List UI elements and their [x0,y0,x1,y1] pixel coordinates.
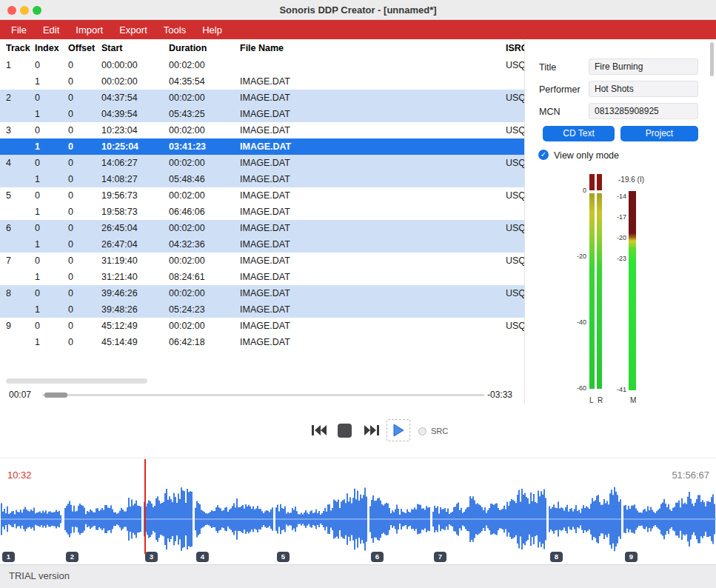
cell-isrc: USQ [506,125,524,136]
cell-index: 0 [35,93,68,103]
cell-file: IMAGE.DAT [240,93,506,103]
table-row[interactable]: 1026:47:0404:32:36IMAGE.DAT [0,236,524,253]
project-button[interactable]: Project [620,126,698,141]
track-badge-3[interactable]: 3 [145,552,158,562]
table-row[interactable]: 1031:21:4008:24:61IMAGE.DAT [0,269,524,285]
src-label: SRC [431,427,448,435]
cell-duration: 04:35:54 [169,76,240,87]
menu-help[interactable]: Help [202,24,222,36]
table-header: TrackIndexOffsetStartDurationFile NameIS… [0,39,524,57]
cell-index: 1 [35,304,68,315]
waveform-track-6[interactable] [369,485,430,553]
meter-scale-label: -14 [606,193,626,200]
table-row[interactable]: 1000:02:0004:35:54IMAGE.DAT [0,73,524,90]
cell-offset: 0 [68,337,101,347]
table-row[interactable]: 1039:48:2605:24:23IMAGE.DAT [0,301,524,318]
column-header-track: Track [6,43,35,53]
cell-index: 0 [35,125,68,136]
panel-scrollbar[interactable] [710,42,714,76]
cell-file: IMAGE.DAT [240,288,506,298]
table-row[interactable]: 1019:58:7306:46:06IMAGE.DAT [0,204,524,220]
performer-input[interactable] [589,81,698,97]
cell-file: IMAGE.DAT [240,109,506,119]
track-badge-5[interactable]: 5 [277,552,290,562]
track-badge-8[interactable]: 8 [550,552,563,562]
src-indicator-icon[interactable] [418,427,426,435]
elapsed-time: 00:07 [9,390,31,400]
table-row[interactable]: 40014:06:2700:02:00IMAGE.DATUSQ [0,155,524,171]
title-input[interactable] [589,59,698,75]
table-row[interactable]: 1004:39:5405:43:25IMAGE.DAT [0,106,524,122]
cell-index: 0 [35,190,68,201]
cd-text-button[interactable]: CD Text [543,126,615,141]
menu-export[interactable]: Export [119,24,147,36]
meter-scale-label: -20 [606,234,626,241]
table-row[interactable]: 1014:08:2705:48:46IMAGE.DAT [0,171,524,187]
menu-edit[interactable]: Edit [43,24,59,36]
cell-file: IMAGE.DAT [240,158,506,168]
cell-file: IMAGE.DAT [240,207,506,217]
seek-slider[interactable] [42,394,484,396]
playhead-cursor[interactable] [144,459,146,554]
cell-track: 6 [6,223,35,233]
next-track-button[interactable] [364,424,380,440]
stop-button[interactable] [338,424,352,438]
play-icon [392,423,405,438]
menu-file[interactable]: File [11,24,27,36]
cell-start: 45:12:49 [101,321,169,331]
cell-offset: 0 [68,223,101,233]
seek-slider-thumb[interactable] [44,392,67,398]
table-row[interactable]: 10000:00:0000:02:00USQ [0,57,524,73]
view-only-check-icon[interactable]: ✓ [538,150,549,160]
waveform-track-1[interactable] [1,485,62,553]
mcn-input[interactable] [589,103,698,119]
cell-duration: 03:41:23 [169,141,240,152]
loudness-readout: -19.6 (I) [618,176,644,184]
track-badge-9[interactable]: 9 [625,552,638,562]
table-row[interactable]: 90045:12:4900:02:00IMAGE.DATUSQ [0,318,524,334]
cell-file: IMAGE.DAT [240,190,506,201]
cell-file: IMAGE.DAT [240,174,506,184]
table-horizontal-scrollbar[interactable] [6,378,147,384]
cell-offset: 0 [68,109,101,119]
table-row[interactable]: 70031:19:4000:02:00IMAGE.DATUSQ [0,253,524,269]
cell-start: 10:25:04 [101,141,169,152]
cell-offset: 0 [68,207,101,217]
track-badge-2[interactable]: 2 [66,552,78,562]
track-badge-1[interactable]: 1 [2,552,15,562]
waveform-track-7[interactable] [432,485,546,553]
table-row[interactable]: 50019:56:7300:02:00IMAGE.DATUSQ [0,187,524,204]
play-button[interactable] [387,419,410,441]
waveform-track-2[interactable] [64,485,141,553]
waveform-track-3[interactable] [144,485,193,553]
waveform-track-4[interactable] [195,485,273,553]
cell-index: 1 [35,109,68,119]
cell-offset: 0 [68,304,101,315]
waveform-timeline[interactable]: 10:32 51:56:67 123456789 [0,458,716,564]
cell-offset: 0 [68,190,101,201]
waveform-track-9[interactable] [623,485,716,553]
table-row[interactable]: 30010:23:0400:02:00IMAGE.DATUSQ [0,122,524,138]
cell-offset: 0 [68,125,101,136]
track-badge-7[interactable]: 7 [434,552,446,562]
track-table: 10000:00:0000:02:00USQ1000:02:0004:35:54… [0,57,524,350]
table-row[interactable]: 1010:25:0403:41:23IMAGE.DAT [0,138,524,155]
table-row[interactable]: 20004:37:5400:02:00IMAGE.DATUSQ [0,90,524,106]
track-badge-6[interactable]: 6 [371,552,384,562]
waveform-track-8[interactable] [549,485,621,553]
titlebar: Sonoris DDP Creator - [unnamed*] [0,0,716,20]
table-row[interactable]: 1045:14:4906:42:18IMAGE.DAT [0,334,524,350]
meter-scale-label: -23 [606,255,626,262]
menu-tools[interactable]: Tools [164,24,186,36]
table-row[interactable]: 60026:45:0400:02:00IMAGE.DATUSQ [0,220,524,236]
previous-track-button[interactable] [311,424,327,440]
track-badge-4[interactable]: 4 [196,552,209,562]
cell-track: 9 [6,321,35,331]
column-header-offset: Offset [68,43,101,53]
waveform-track-5[interactable] [275,485,367,553]
table-row[interactable]: 80039:46:2600:02:00IMAGE.DATUSQ [0,285,524,301]
cell-duration: 00:02:00 [169,158,240,168]
menu-import[interactable]: Import [76,24,103,36]
cell-start: 14:06:27 [101,158,169,168]
cell-file: IMAGE.DAT [240,141,506,152]
